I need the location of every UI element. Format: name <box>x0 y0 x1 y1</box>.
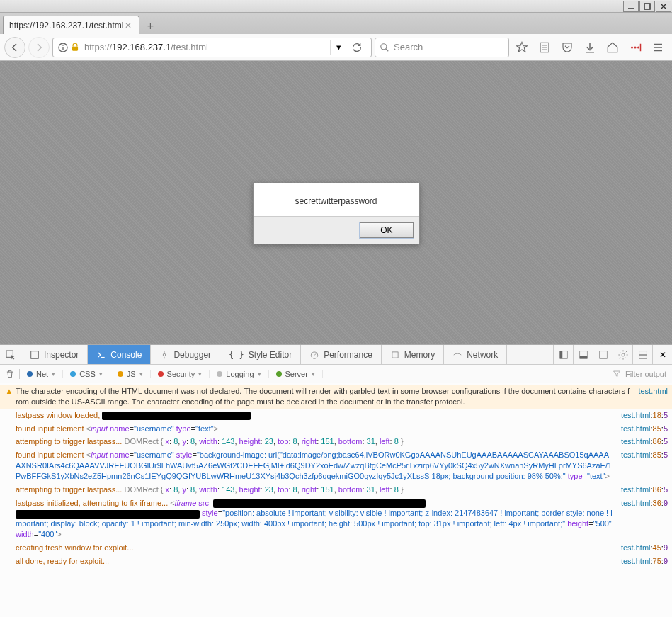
tab-strip: https://192.168.237.1/test.html ✕ + <box>0 13 672 34</box>
console-row: found input element <input name="usernam… <box>0 448 672 483</box>
funnel-icon <box>613 370 621 378</box>
svg-rect-35 <box>579 356 587 358</box>
dock-bottom-icon[interactable] <box>573 345 593 364</box>
reader-icon[interactable] <box>535 38 554 57</box>
tab-memory[interactable]: Memory <box>382 345 444 364</box>
filter-security[interactable]: Security▾ <box>151 370 210 378</box>
close-window-button[interactable] <box>656 1 671 12</box>
console-row: lastpass initialized, attempting to fix … <box>0 497 672 541</box>
search-icon <box>380 43 389 52</box>
window-controls <box>0 0 672 13</box>
filter-css[interactable]: CSS▾ <box>63 370 110 378</box>
browser-tab[interactable]: https://192.168.237.1/test.html ✕ <box>3 16 139 34</box>
svg-rect-39 <box>639 355 647 358</box>
tab-title: https://192.168.237.1/test.html <box>9 21 123 30</box>
minimize-button[interactable] <box>623 1 639 12</box>
tab-network[interactable]: Network <box>444 345 507 364</box>
tab-performance[interactable]: Performance <box>301 345 382 364</box>
filter-output[interactable]: Filter output <box>607 370 672 378</box>
console-output[interactable]: ▲The character encoding of the HTML docu… <box>0 383 672 617</box>
console-row: all done, ready for exploit...test.html:… <box>0 555 672 568</box>
svg-point-16 <box>631 46 633 48</box>
lock-warning-icon <box>70 43 80 52</box>
dock-side-icon[interactable] <box>553 345 573 364</box>
filter-logging[interactable]: Logging▾ <box>210 370 268 378</box>
devtools-close-icon[interactable]: ✕ <box>652 345 672 364</box>
maximize-button[interactable] <box>639 1 655 12</box>
console-filters: Net▾ CSS▾ JS▾ Security▾ Logging▾ Server▾… <box>0 365 672 383</box>
svg-rect-1 <box>644 4 650 9</box>
console-row: lastpass window loaded, test.html:18:5 <box>0 409 672 422</box>
home-icon[interactable] <box>603 38 622 57</box>
identity-block[interactable] <box>57 42 80 53</box>
svg-point-17 <box>634 46 637 48</box>
console-row: ▲The character encoding of the HTML docu… <box>0 385 672 409</box>
alert-message: secrettwitterpassword <box>254 183 419 216</box>
tab-console[interactable]: Console <box>88 345 151 364</box>
search-placeholder: Search <box>394 42 423 52</box>
devtools-tabs: Inspector Console Debugger { }Style Edit… <box>0 345 672 365</box>
alert-dialog: secrettwitterpassword OK <box>253 183 420 244</box>
alert-ok-button[interactable]: OK <box>360 222 413 238</box>
svg-point-8 <box>381 43 387 49</box>
clear-console-icon[interactable] <box>0 369 20 379</box>
nav-toolbar: https://192.168.237.1/test.html ▾ Search <box>0 34 672 61</box>
search-bar[interactable]: Search <box>375 38 509 57</box>
tab-style-editor[interactable]: { }Style Editor <box>220 345 301 364</box>
toggle-split-icon[interactable] <box>632 345 652 364</box>
filter-js[interactable]: JS▾ <box>110 370 151 378</box>
info-icon <box>57 42 69 53</box>
element-picker-icon[interactable] <box>0 345 21 364</box>
svg-line-9 <box>386 48 389 51</box>
svg-rect-33 <box>559 351 562 358</box>
bookmark-star-icon[interactable] <box>512 38 532 57</box>
svg-rect-24 <box>31 351 39 358</box>
svg-point-26 <box>164 353 166 356</box>
back-button[interactable] <box>4 37 25 58</box>
svg-point-18 <box>637 46 639 48</box>
reload-button[interactable] <box>347 42 367 53</box>
svg-rect-7 <box>72 46 78 50</box>
console-row: found input element <input name="usernam… <box>0 422 672 436</box>
console-row: creating fresh window for exploit...test… <box>0 541 672 555</box>
tab-debugger[interactable]: Debugger <box>151 345 220 364</box>
url-dropdown-icon[interactable]: ▾ <box>330 40 347 55</box>
filter-server[interactable]: Server▾ <box>269 370 323 378</box>
svg-point-37 <box>622 353 625 356</box>
console-row: attempting to trigger lastpass... DOMRec… <box>0 435 672 448</box>
url-bar[interactable]: https://192.168.237.1/test.html ▾ <box>52 38 372 57</box>
lastpass-icon[interactable] <box>625 38 645 57</box>
new-tab-button[interactable]: + <box>141 18 159 34</box>
console-row: attempting to trigger lastpass... DOMRec… <box>0 483 672 497</box>
svg-rect-36 <box>599 351 607 358</box>
filter-net[interactable]: Net▾ <box>20 370 63 378</box>
menu-icon[interactable] <box>648 38 668 57</box>
alert-footer: OK <box>254 216 419 244</box>
tab-inspector[interactable]: Inspector <box>21 345 88 364</box>
downloads-icon[interactable] <box>580 38 600 57</box>
dock-window-icon[interactable] <box>593 345 613 364</box>
page-viewport: secrettwitterpassword OK <box>0 61 672 344</box>
svg-rect-38 <box>639 351 647 354</box>
tab-close-icon[interactable]: ✕ <box>123 21 133 30</box>
url-text: https://192.168.237.1/test.html <box>84 42 330 52</box>
settings-icon[interactable] <box>613 345 632 364</box>
svg-rect-31 <box>392 351 398 357</box>
forward-button[interactable] <box>28 37 50 58</box>
devtools-panel: Inspector Console Debugger { }Style Edit… <box>0 344 672 617</box>
svg-line-30 <box>314 353 316 355</box>
pocket-icon[interactable] <box>557 38 577 57</box>
